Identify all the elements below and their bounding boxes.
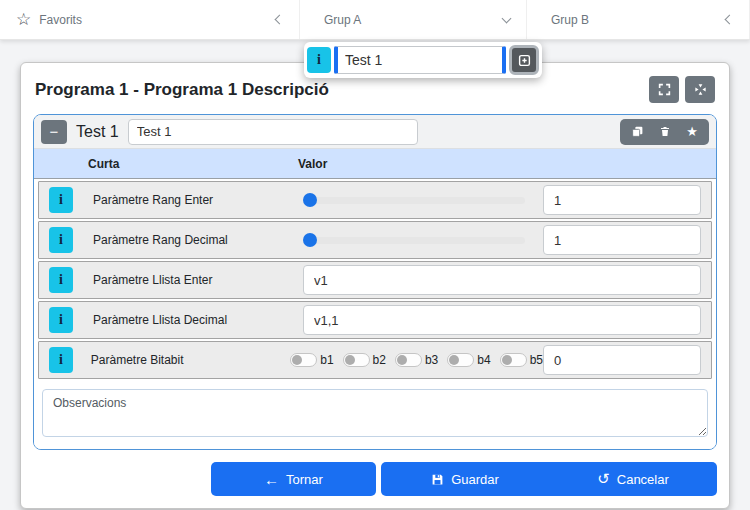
compress-button[interactable] [685, 76, 715, 103]
tornar-button[interactable]: ← Tornar [211, 462, 376, 496]
info-icon: i [59, 272, 63, 288]
bit-label: b1 [320, 353, 333, 367]
footer-actions: ← Tornar Guardar ↺ Cancelar [33, 462, 717, 496]
cancelar-button[interactable]: ↺ Cancelar [549, 462, 717, 496]
table-row: i Paràmetre Bitabit b1 b2 b3 b4 b5 [38, 341, 712, 379]
group-nav-bar: ☆ Favorits Grup A Grup B [0, 0, 750, 40]
copy-icon[interactable] [631, 125, 644, 138]
param-value-input[interactable] [303, 305, 701, 335]
chevron-left-icon [275, 15, 285, 25]
left-arrow-icon: ← [264, 472, 279, 487]
bit-label: b4 [477, 353, 490, 367]
info-icon: i [59, 312, 63, 328]
group-b-header[interactable]: Grup B [527, 0, 750, 39]
param-value-input[interactable] [303, 265, 701, 295]
page-title: Programa 1 - Programa 1 Descripció [35, 80, 329, 100]
plus-square-icon [518, 54, 531, 67]
param-label: Paràmetre Bitabit [91, 353, 290, 367]
info-button[interactable]: i [49, 187, 73, 213]
param-value-input[interactable] [543, 185, 701, 215]
bit-label: b2 [373, 353, 386, 367]
param-label: Paràmetre Rang Enter [93, 193, 303, 207]
parameters-table: Curta Valor i Paràmetre Rang Enter i Par… [34, 149, 716, 379]
param-value-input[interactable] [543, 345, 701, 375]
info-button[interactable]: i [49, 307, 73, 333]
save-icon [431, 473, 444, 486]
group-b-label: Grup B [551, 13, 589, 27]
toggle-b3[interactable] [395, 353, 422, 367]
add-button[interactable] [509, 45, 539, 75]
tornar-label: Tornar [286, 472, 323, 487]
info-button[interactable]: i [49, 267, 73, 293]
compress-icon [694, 83, 707, 96]
param-label: Paràmetre Llista Enter [93, 273, 303, 287]
group-a-header[interactable]: Grup A [300, 0, 527, 39]
guardar-button[interactable]: Guardar [381, 462, 549, 496]
param-value-input[interactable] [543, 225, 701, 255]
bit-label: b5 [530, 353, 543, 367]
expand-icon [658, 83, 671, 96]
table-row: i Paràmetre Rang Enter [38, 181, 712, 219]
star-outline-icon: ☆ [16, 11, 31, 28]
info-button[interactable]: i [49, 227, 73, 253]
program-card: Programa 1 - Programa 1 Descripció − Tes… [20, 62, 730, 509]
bit-label: b3 [425, 353, 438, 367]
table-row: i Paràmetre Llista Enter [38, 261, 712, 299]
toggle-b5[interactable] [500, 353, 527, 367]
range-slider[interactable] [303, 233, 525, 247]
chevron-left-icon [725, 15, 735, 25]
param-label: Paràmetre Llista Decimal [93, 313, 303, 327]
test-card: − Test 1 ★ Curta Valor [33, 114, 717, 450]
guardar-label: Guardar [451, 472, 499, 487]
toggle-b4[interactable] [447, 353, 474, 367]
toggle-b1[interactable] [290, 353, 317, 367]
test-name-input[interactable] [128, 119, 418, 145]
range-slider[interactable] [303, 193, 525, 207]
column-header-valor: Valor [298, 157, 706, 171]
favorits-header[interactable]: ☆ Favorits [0, 0, 300, 39]
info-icon: i [59, 232, 63, 248]
info-button[interactable]: i [307, 47, 331, 73]
bit-toggles: b1 b2 b3 b4 b5 [290, 353, 543, 367]
save-cancel-group: Guardar ↺ Cancelar [381, 462, 717, 496]
undo-icon: ↺ [597, 472, 610, 487]
toggle-b2[interactable] [343, 353, 370, 367]
minus-icon: − [50, 123, 59, 140]
info-icon: i [317, 52, 321, 68]
table-header: Curta Valor [34, 149, 716, 179]
new-item-name-input[interactable] [334, 46, 506, 74]
info-icon: i [59, 192, 63, 208]
favorits-label: Favorits [39, 13, 82, 27]
test-title: Test 1 [76, 123, 119, 141]
trash-icon[interactable] [659, 125, 671, 138]
collapse-button[interactable]: − [41, 120, 67, 144]
table-row: i Paràmetre Llista Decimal [38, 301, 712, 339]
group-a-panel: i [304, 42, 542, 78]
chevron-down-icon [502, 13, 512, 23]
test-actions-group: ★ [620, 119, 709, 145]
column-header-curta: Curta [88, 157, 298, 171]
info-icon: i [59, 352, 63, 368]
param-label: Paràmetre Rang Decimal [93, 233, 303, 247]
table-row: i Paràmetre Rang Decimal [38, 221, 712, 259]
test-card-header: − Test 1 ★ [34, 115, 716, 149]
group-a-label: Grup A [324, 13, 361, 27]
cancelar-label: Cancelar [617, 472, 669, 487]
expand-button[interactable] [649, 76, 679, 103]
info-button[interactable]: i [49, 347, 73, 373]
observacions-textarea[interactable] [42, 389, 708, 437]
star-icon[interactable]: ★ [686, 125, 698, 138]
